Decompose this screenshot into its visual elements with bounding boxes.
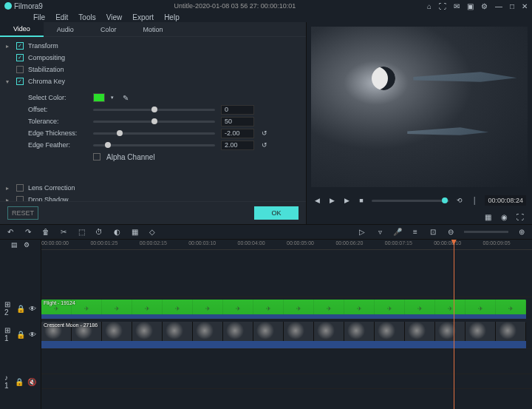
prop-compositing[interactable]: ✓ Compositing (0, 52, 306, 64)
checkbox-transform[interactable]: ✓ (16, 42, 24, 50)
user-icon[interactable]: ⌂ (427, 2, 432, 10)
label-offset: Offset: (28, 106, 87, 113)
slider-edge-feather[interactable] (93, 144, 215, 146)
prop-lens-correction[interactable]: ▸ Lens Correction (0, 182, 306, 194)
slider-offset[interactable] (93, 109, 215, 111)
video-track-2[interactable]: Flight - 19124 ✈✈✈✈✈✈✈✈✈✈✈✈✈✈✈✈ (41, 297, 532, 320)
snapshot-icon[interactable]: ◉ (499, 212, 508, 221)
timeline-options[interactable]: ▤ ⚙ (0, 240, 41, 250)
eyedropper-icon[interactable]: ✎ (123, 94, 129, 102)
tab-audio[interactable]: Audio (44, 23, 87, 36)
input-edge-thickness[interactable]: -2.00 (221, 129, 254, 138)
settings-icon[interactable]: ⚙ (481, 2, 488, 10)
menu-view[interactable]: View (106, 13, 123, 21)
menu-export[interactable]: Export (132, 13, 154, 21)
mixer-icon[interactable]: ≡ (411, 228, 420, 237)
fullscreen-icon[interactable]: ⛶ (516, 212, 525, 221)
checkbox-shadow[interactable] (16, 196, 24, 201)
prop-transform[interactable]: ▸ ✓ Transform (0, 40, 306, 52)
prop-chromakey[interactable]: ▾ ✓ Chroma Key (0, 75, 306, 87)
lock-icon[interactable]: 🔒 (16, 305, 25, 313)
split-icon[interactable]: ✂ (59, 228, 68, 237)
color-swatch[interactable] (93, 93, 105, 102)
menu-tools[interactable]: Tools (78, 13, 95, 21)
empty-track[interactable] (41, 349, 532, 374)
marker-icon[interactable]: ▿ (375, 228, 384, 237)
playback-slider[interactable] (372, 200, 449, 202)
checkbox-compositing[interactable]: ✓ (16, 54, 24, 61)
loop-icon[interactable]: ⟲ (455, 196, 464, 205)
next-frame-button[interactable]: ▶ (342, 196, 351, 205)
prev-frame-button[interactable]: ◀ (313, 196, 321, 205)
timeline-tracks[interactable]: 00:00:00:00 00:00:01:25 00:00:02:15 00:0… (41, 240, 532, 409)
tab-color[interactable]: Color (87, 23, 130, 36)
checkbox-stabilization[interactable]: ✓ (16, 66, 24, 73)
color-dropdown-icon[interactable]: ▾ (111, 95, 117, 101)
input-edge-feather[interactable]: 2.00 (221, 141, 254, 150)
stop-button[interactable]: ■ (357, 196, 366, 205)
playhead[interactable] (454, 240, 454, 409)
audio-icon[interactable]: 🎤 (393, 228, 402, 237)
checkbox-lens[interactable] (16, 184, 24, 192)
lock-icon[interactable]: 🔒 (16, 331, 25, 339)
menu-edit[interactable]: Edit (55, 13, 68, 21)
reset-button[interactable]: RESET (7, 206, 38, 220)
speed-icon[interactable]: ⏱ (95, 228, 103, 237)
render-icon[interactable]: ▷ (358, 228, 366, 237)
undo-icon[interactable]: ↶ (6, 228, 15, 237)
prop-stabilization[interactable]: ✓ Stabilization (0, 64, 306, 75)
delete-icon[interactable]: 🗑 (41, 228, 50, 237)
redo-icon[interactable]: ↷ (24, 228, 33, 237)
menu-file[interactable]: File (33, 13, 45, 21)
slider-tolerance[interactable] (93, 121, 215, 123)
chevron-icon[interactable]: ▸ (6, 43, 12, 50)
msg-icon[interactable]: ✉ (454, 2, 460, 10)
lock-icon[interactable]: 🔒 (15, 378, 24, 386)
cart-icon[interactable]: ⛶ (439, 2, 446, 10)
reset-edge-thickness-icon[interactable]: ↺ (260, 129, 269, 137)
menu-help[interactable]: Help (164, 13, 180, 21)
empty-track[interactable] (41, 250, 532, 297)
chromakey-settings: Select Color: ▾ ✎ Offset: 0 Tolerance: 5… (0, 87, 306, 167)
video-preview (311, 27, 528, 187)
eye-icon[interactable]: 👁 (29, 331, 36, 339)
quality-icon[interactable]: ▦ (483, 212, 492, 221)
audio-track-1[interactable] (41, 374, 532, 389)
crop-icon[interactable]: ⬚ (77, 228, 86, 237)
chevron-icon[interactable]: ▸ (6, 185, 12, 192)
zoom-in-icon[interactable]: ⊕ (517, 228, 526, 237)
input-tolerance[interactable]: 50 (221, 117, 254, 126)
mark-icon[interactable]: │ (470, 196, 479, 205)
zoom-fit-icon[interactable]: ⊡ (429, 228, 437, 237)
green-screen-icon[interactable]: ▦ (130, 228, 139, 237)
tab-video[interactable]: Video (0, 22, 44, 37)
slider-edge-thickness[interactable] (93, 132, 215, 135)
minimize-icon[interactable]: — (495, 2, 502, 10)
app-logo: Filmora9 (4, 2, 43, 10)
checkbox-chromakey[interactable]: ✓ (16, 78, 24, 85)
reset-edge-feather-icon[interactable]: ↺ (260, 141, 269, 149)
noti-icon[interactable]: ▣ (467, 2, 474, 10)
checkbox-alpha[interactable] (93, 153, 100, 160)
zoom-slider[interactable] (464, 231, 508, 233)
time-ruler[interactable]: 00:00:00:00 00:00:01:25 00:00:02:15 00:0… (41, 240, 532, 250)
titlebar: Filmora9 Untitle-2020-01-08 03 56 27: 00… (0, 0, 532, 12)
ok-button[interactable]: OK (254, 206, 299, 220)
maximize-icon[interactable]: □ (510, 2, 514, 10)
input-offset[interactable]: 0 (221, 105, 254, 115)
eye-icon[interactable]: 👁 (29, 305, 36, 313)
prop-drop-shadow[interactable]: ▸ Drop Shadow (0, 194, 306, 201)
chevron-down-icon[interactable]: ▾ (6, 78, 12, 85)
track-header-2[interactable]: ⊞ 2 🔒 👁 (0, 297, 41, 320)
track-header-audio[interactable]: ♪ 1 🔒 🔇 (0, 374, 41, 389)
video-track-1[interactable]: Crescent Moon - 27186 (41, 320, 532, 349)
keyframe-icon[interactable]: ◇ (148, 228, 157, 237)
logo-icon (4, 2, 12, 10)
track-header-1[interactable]: ⊞ 1 🔒 👁 (0, 320, 41, 349)
color-icon[interactable]: ◐ (112, 228, 121, 237)
mute-icon[interactable]: 🔇 (27, 378, 36, 386)
play-button[interactable]: ▶ (327, 196, 336, 205)
tab-motion[interactable]: Motion (129, 23, 176, 36)
zoom-out-icon[interactable]: ⊖ (446, 228, 455, 237)
close-icon[interactable]: ✕ (522, 2, 528, 10)
